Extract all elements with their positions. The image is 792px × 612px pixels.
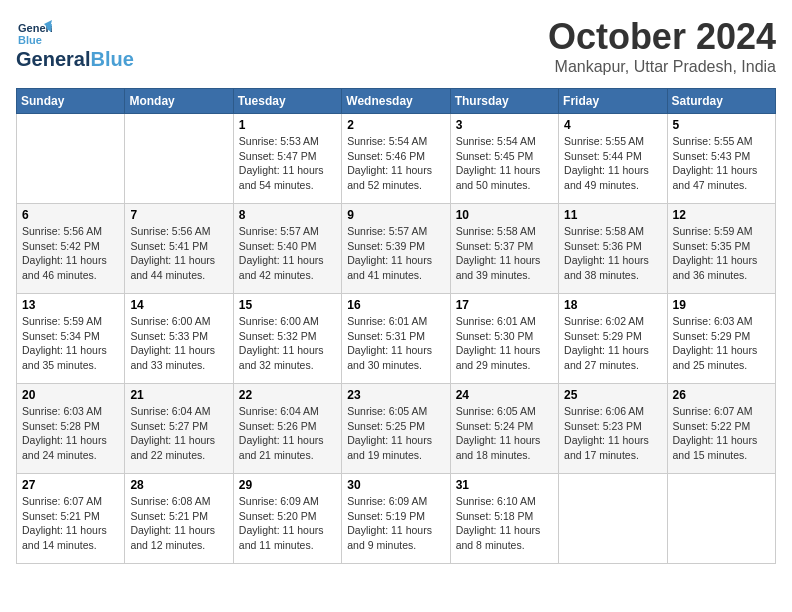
day-number: 27 [22,478,119,492]
day-cell-3: 3Sunrise: 5:54 AMSunset: 5:45 PMDaylight… [450,114,558,204]
title-block: October 2024 Mankapur, Uttar Pradesh, In… [548,16,776,76]
day-cell-21: 21Sunrise: 6:04 AMSunset: 5:27 PMDayligh… [125,384,233,474]
column-header-thursday: Thursday [450,89,558,114]
day-info: Sunrise: 6:04 AMSunset: 5:27 PMDaylight:… [130,404,227,463]
day-cell-8: 8Sunrise: 5:57 AMSunset: 5:40 PMDaylight… [233,204,341,294]
day-number: 11 [564,208,661,222]
day-info: Sunrise: 5:54 AMSunset: 5:46 PMDaylight:… [347,134,444,193]
day-cell-30: 30Sunrise: 6:09 AMSunset: 5:19 PMDayligh… [342,474,450,564]
day-number: 6 [22,208,119,222]
day-number: 31 [456,478,553,492]
day-number: 13 [22,298,119,312]
day-cell-19: 19Sunrise: 6:03 AMSunset: 5:29 PMDayligh… [667,294,775,384]
day-cell-16: 16Sunrise: 6:01 AMSunset: 5:31 PMDayligh… [342,294,450,384]
day-info: Sunrise: 5:59 AMSunset: 5:34 PMDaylight:… [22,314,119,373]
day-info: Sunrise: 6:09 AMSunset: 5:20 PMDaylight:… [239,494,336,553]
day-cell-25: 25Sunrise: 6:06 AMSunset: 5:23 PMDayligh… [559,384,667,474]
day-info: Sunrise: 5:56 AMSunset: 5:41 PMDaylight:… [130,224,227,283]
day-info: Sunrise: 5:56 AMSunset: 5:42 PMDaylight:… [22,224,119,283]
day-cell-18: 18Sunrise: 6:02 AMSunset: 5:29 PMDayligh… [559,294,667,384]
header-row: SundayMondayTuesdayWednesdayThursdayFrid… [17,89,776,114]
day-cell-1: 1Sunrise: 5:53 AMSunset: 5:47 PMDaylight… [233,114,341,204]
day-cell-24: 24Sunrise: 6:05 AMSunset: 5:24 PMDayligh… [450,384,558,474]
day-cell-26: 26Sunrise: 6:07 AMSunset: 5:22 PMDayligh… [667,384,775,474]
day-cell-23: 23Sunrise: 6:05 AMSunset: 5:25 PMDayligh… [342,384,450,474]
calendar: SundayMondayTuesdayWednesdayThursdayFrid… [16,88,776,564]
column-header-friday: Friday [559,89,667,114]
calendar-body: 1Sunrise: 5:53 AMSunset: 5:47 PMDaylight… [17,114,776,564]
day-cell-17: 17Sunrise: 6:01 AMSunset: 5:30 PMDayligh… [450,294,558,384]
logo: General Blue General Blue [16,16,134,71]
day-cell-11: 11Sunrise: 5:58 AMSunset: 5:36 PMDayligh… [559,204,667,294]
day-info: Sunrise: 5:53 AMSunset: 5:47 PMDaylight:… [239,134,336,193]
svg-text:Blue: Blue [18,34,42,46]
column-header-sunday: Sunday [17,89,125,114]
day-info: Sunrise: 6:00 AMSunset: 5:32 PMDaylight:… [239,314,336,373]
day-number: 3 [456,118,553,132]
day-cell-27: 27Sunrise: 6:07 AMSunset: 5:21 PMDayligh… [17,474,125,564]
day-cell-9: 9Sunrise: 5:57 AMSunset: 5:39 PMDaylight… [342,204,450,294]
day-cell-14: 14Sunrise: 6:00 AMSunset: 5:33 PMDayligh… [125,294,233,384]
day-cell-2: 2Sunrise: 5:54 AMSunset: 5:46 PMDaylight… [342,114,450,204]
day-number: 10 [456,208,553,222]
empty-cell [667,474,775,564]
week-row-3: 13Sunrise: 5:59 AMSunset: 5:34 PMDayligh… [17,294,776,384]
day-info: Sunrise: 6:07 AMSunset: 5:22 PMDaylight:… [673,404,770,463]
day-info: Sunrise: 6:03 AMSunset: 5:28 PMDaylight:… [22,404,119,463]
day-cell-4: 4Sunrise: 5:55 AMSunset: 5:44 PMDaylight… [559,114,667,204]
day-info: Sunrise: 5:58 AMSunset: 5:37 PMDaylight:… [456,224,553,283]
day-cell-29: 29Sunrise: 6:09 AMSunset: 5:20 PMDayligh… [233,474,341,564]
day-number: 23 [347,388,444,402]
day-cell-5: 5Sunrise: 5:55 AMSunset: 5:43 PMDaylight… [667,114,775,204]
column-header-saturday: Saturday [667,89,775,114]
day-number: 2 [347,118,444,132]
week-row-2: 6Sunrise: 5:56 AMSunset: 5:42 PMDaylight… [17,204,776,294]
calendar-header: SundayMondayTuesdayWednesdayThursdayFrid… [17,89,776,114]
logo-general: General [16,48,90,71]
day-info: Sunrise: 6:04 AMSunset: 5:26 PMDaylight:… [239,404,336,463]
day-cell-13: 13Sunrise: 5:59 AMSunset: 5:34 PMDayligh… [17,294,125,384]
day-number: 7 [130,208,227,222]
column-header-monday: Monday [125,89,233,114]
day-cell-31: 31Sunrise: 6:10 AMSunset: 5:18 PMDayligh… [450,474,558,564]
day-info: Sunrise: 5:57 AMSunset: 5:40 PMDaylight:… [239,224,336,283]
day-number: 30 [347,478,444,492]
day-number: 8 [239,208,336,222]
day-number: 29 [239,478,336,492]
day-cell-20: 20Sunrise: 6:03 AMSunset: 5:28 PMDayligh… [17,384,125,474]
day-cell-22: 22Sunrise: 6:04 AMSunset: 5:26 PMDayligh… [233,384,341,474]
day-number: 19 [673,298,770,312]
day-info: Sunrise: 6:10 AMSunset: 5:18 PMDaylight:… [456,494,553,553]
day-info: Sunrise: 5:55 AMSunset: 5:44 PMDaylight:… [564,134,661,193]
week-row-4: 20Sunrise: 6:03 AMSunset: 5:28 PMDayligh… [17,384,776,474]
day-number: 26 [673,388,770,402]
day-info: Sunrise: 6:03 AMSunset: 5:29 PMDaylight:… [673,314,770,373]
logo-icon: General Blue [16,16,52,52]
day-info: Sunrise: 6:02 AMSunset: 5:29 PMDaylight:… [564,314,661,373]
location: Mankapur, Uttar Pradesh, India [548,58,776,76]
day-cell-12: 12Sunrise: 5:59 AMSunset: 5:35 PMDayligh… [667,204,775,294]
day-info: Sunrise: 6:05 AMSunset: 5:25 PMDaylight:… [347,404,444,463]
day-cell-10: 10Sunrise: 5:58 AMSunset: 5:37 PMDayligh… [450,204,558,294]
day-info: Sunrise: 6:09 AMSunset: 5:19 PMDaylight:… [347,494,444,553]
day-info: Sunrise: 6:01 AMSunset: 5:31 PMDaylight:… [347,314,444,373]
week-row-1: 1Sunrise: 5:53 AMSunset: 5:47 PMDaylight… [17,114,776,204]
day-info: Sunrise: 6:07 AMSunset: 5:21 PMDaylight:… [22,494,119,553]
day-cell-15: 15Sunrise: 6:00 AMSunset: 5:32 PMDayligh… [233,294,341,384]
month-title: October 2024 [548,16,776,58]
day-number: 17 [456,298,553,312]
empty-cell [17,114,125,204]
day-info: Sunrise: 5:59 AMSunset: 5:35 PMDaylight:… [673,224,770,283]
day-info: Sunrise: 6:05 AMSunset: 5:24 PMDaylight:… [456,404,553,463]
day-info: Sunrise: 5:55 AMSunset: 5:43 PMDaylight:… [673,134,770,193]
column-header-tuesday: Tuesday [233,89,341,114]
day-info: Sunrise: 5:58 AMSunset: 5:36 PMDaylight:… [564,224,661,283]
day-number: 28 [130,478,227,492]
logo-blue: Blue [90,48,133,71]
day-info: Sunrise: 6:06 AMSunset: 5:23 PMDaylight:… [564,404,661,463]
day-number: 5 [673,118,770,132]
day-cell-6: 6Sunrise: 5:56 AMSunset: 5:42 PMDaylight… [17,204,125,294]
day-number: 16 [347,298,444,312]
week-row-5: 27Sunrise: 6:07 AMSunset: 5:21 PMDayligh… [17,474,776,564]
day-cell-28: 28Sunrise: 6:08 AMSunset: 5:21 PMDayligh… [125,474,233,564]
